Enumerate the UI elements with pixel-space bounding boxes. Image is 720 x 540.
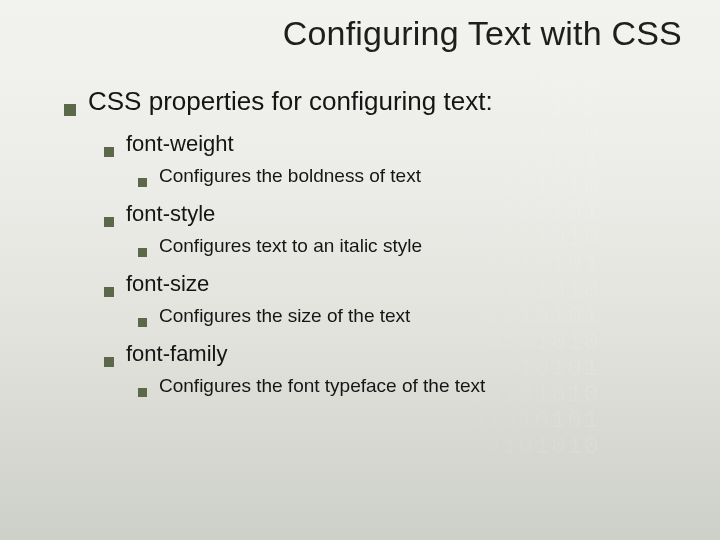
square-bullet-icon bbox=[138, 178, 147, 187]
square-bullet-icon bbox=[138, 388, 147, 397]
bullet-level3: Configures the font typeface of the text bbox=[138, 375, 680, 397]
property-desc: Configures the size of the text bbox=[159, 305, 410, 327]
bullet-level2: font-size bbox=[104, 271, 680, 297]
bullet-level3: Configures the boldness of text bbox=[138, 165, 680, 187]
square-bullet-icon bbox=[104, 357, 114, 367]
property-name: font-style bbox=[126, 201, 215, 227]
square-bullet-icon bbox=[138, 248, 147, 257]
square-bullet-icon bbox=[138, 318, 147, 327]
square-bullet-icon bbox=[104, 287, 114, 297]
slide: 01010101010 10101010101 01010101010 1010… bbox=[0, 0, 720, 540]
square-bullet-icon bbox=[104, 217, 114, 227]
property-desc: Configures the font typeface of the text bbox=[159, 375, 485, 397]
slide-body: CSS properties for configuring text: fon… bbox=[64, 86, 680, 403]
heading-text: CSS properties for configuring text: bbox=[88, 86, 493, 117]
square-bullet-icon bbox=[104, 147, 114, 157]
property-name: font-size bbox=[126, 271, 209, 297]
bullet-level2: font-style bbox=[104, 201, 680, 227]
bullet-level2: font-family bbox=[104, 341, 680, 367]
bullet-level1: CSS properties for configuring text: bbox=[64, 86, 680, 117]
property-name: font-weight bbox=[126, 131, 234, 157]
square-bullet-icon bbox=[64, 104, 76, 116]
bullet-level3: Configures text to an italic style bbox=[138, 235, 680, 257]
property-desc: Configures text to an italic style bbox=[159, 235, 422, 257]
bullet-level2: font-weight bbox=[104, 131, 680, 157]
property-desc: Configures the boldness of text bbox=[159, 165, 421, 187]
bullet-level3: Configures the size of the text bbox=[138, 305, 680, 327]
slide-title: Configuring Text with CSS bbox=[283, 14, 682, 53]
property-name: font-family bbox=[126, 341, 227, 367]
